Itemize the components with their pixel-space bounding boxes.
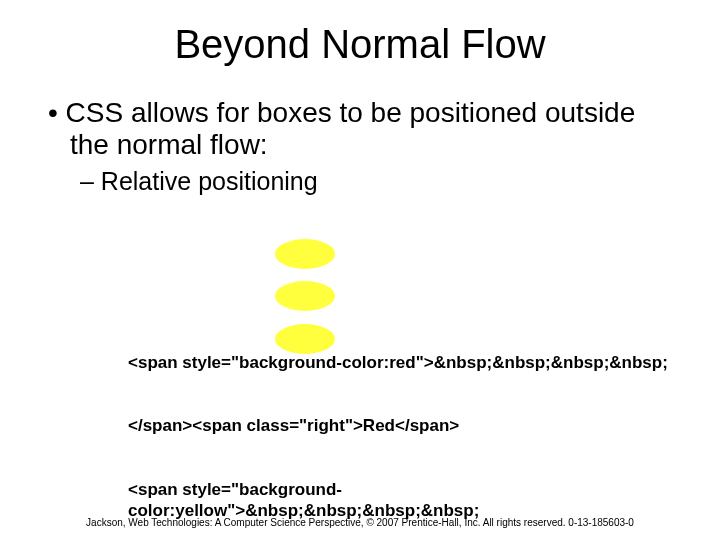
code-line: <span style="background-color:red">&nbsp… [128,352,680,373]
bullet1-text: CSS allows for boxes to be positioned ou… [66,97,636,160]
code-line: <span style="background-color:yellow">&n… [128,479,680,522]
highlight-oval-icon [275,324,335,354]
highlight-oval-icon [275,239,335,269]
code-block: <span style="background-color:red">&nbsp… [128,224,680,540]
code-line: </span><span class="right">Red</span> [128,415,680,436]
bullet2-text: Relative positioning [101,167,318,195]
highlight-oval-icon [275,281,335,311]
bullet-level-1: CSS allows for boxes to be positioned ou… [40,97,680,161]
slide: Beyond Normal Flow CSS allows for boxes … [0,0,720,540]
slide-title: Beyond Normal Flow [0,0,720,67]
slide-body: CSS allows for boxes to be positioned ou… [0,67,720,540]
bullet-level-2: Relative positioning [40,167,680,196]
